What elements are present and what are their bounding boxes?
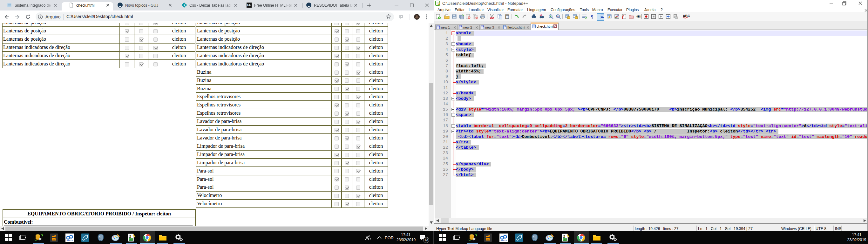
svg-text:LC: LC <box>676 17 678 19</box>
svg-text:FF: FF <box>247 3 251 7</box>
svg-text:ab: ab <box>540 14 542 16</box>
svg-text:MAKER: MAKER <box>501 240 507 241</box>
svg-text:MAKER: MAKER <box>67 240 73 241</box>
svg-text:¶: ¶ <box>591 14 593 20</box>
